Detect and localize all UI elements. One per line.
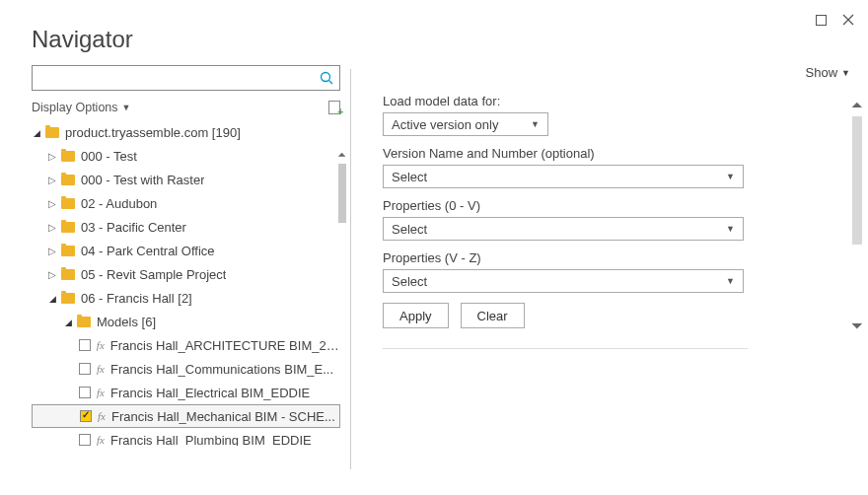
apply-button[interactable]: Apply — [383, 303, 449, 328]
chevron-down-icon: ▼ — [726, 224, 735, 234]
checkbox[interactable] — [79, 387, 91, 398]
props2-label: Properties (V - Z) — [383, 250, 850, 265]
props1-value: Select — [392, 222, 427, 237]
search-icon — [320, 71, 333, 85]
tree-node-models[interactable]: Models [6] — [32, 310, 340, 333]
display-options-dropdown[interactable]: Display Options ▼ — [32, 101, 130, 114]
close-icon — [842, 14, 854, 26]
load-value: Active version only — [392, 117, 498, 132]
tree-leaf-selected[interactable]: fxFrancis Hall_Mechanical BIM - SCHE... — [32, 404, 340, 428]
fx-icon: fx — [97, 363, 105, 375]
tree-node[interactable]: 000 - Test — [32, 144, 340, 168]
chevron-down-icon: ▼ — [841, 68, 850, 78]
expand-icon[interactable] — [47, 269, 57, 280]
tree-node[interactable]: 03 - Pacific Center — [32, 215, 340, 239]
scroll-thumb[interactable] — [338, 164, 346, 223]
props2-value: Select — [392, 274, 427, 289]
expand-icon[interactable] — [47, 198, 57, 209]
expand-icon[interactable] — [47, 175, 57, 185]
scroll-thumb[interactable] — [852, 116, 862, 245]
chevron-down-icon: ▼ — [531, 119, 540, 129]
fx-icon: fx — [97, 434, 105, 446]
svg-point-3 — [322, 73, 330, 82]
tree-leaf[interactable]: fxFrancis Hall_Plumbing BIM_EDDIE — [32, 428, 340, 446]
tree-node[interactable]: 000 - Test with Raster — [32, 168, 340, 191]
svg-line-4 — [329, 81, 333, 85]
checkbox-checked[interactable] — [80, 410, 92, 422]
version-label: Version Name and Number (optional) — [383, 146, 850, 161]
checkbox[interactable] — [79, 434, 91, 446]
maximize-button[interactable] — [813, 12, 829, 28]
expand-icon[interactable] — [47, 293, 57, 304]
folder-icon — [61, 198, 75, 209]
chevron-down-icon: ▼ — [726, 276, 735, 286]
folder-icon — [61, 293, 75, 304]
tree-leaf[interactable]: fxFrancis Hall_Electrical BIM_EDDIE — [32, 381, 340, 404]
tree-node-francis[interactable]: 06 - Francis Hall [2] — [32, 286, 340, 310]
chevron-down-icon: ▼ — [726, 172, 735, 181]
chevron-down-icon: ▼ — [122, 103, 131, 112]
props1-label: Properties (0 - V) — [383, 198, 850, 213]
right-scrollbar[interactable]: ⏶ ⏷ — [848, 97, 866, 333]
svg-rect-0 — [816, 15, 826, 25]
checkbox[interactable] — [79, 363, 91, 375]
scroll-up-icon[interactable]: ⏶ — [337, 146, 347, 162]
left-scrollbar[interactable]: ⏶ — [334, 146, 350, 461]
load-label: Load model data for: — [383, 94, 850, 108]
folder-icon — [61, 175, 75, 185]
props2-dropdown[interactable]: Select ▼ — [383, 269, 744, 293]
folder-icon — [45, 127, 59, 138]
tree-leaf[interactable]: fxFrancis Hall_ARCHITECTURE BIM_20... — [32, 333, 340, 357]
load-dropdown[interactable]: Active version only ▼ — [383, 112, 548, 136]
scroll-down-icon[interactable]: ⏷ — [850, 318, 864, 333]
folder-icon — [77, 317, 91, 327]
checkbox[interactable] — [79, 339, 91, 351]
show-label: Show — [806, 65, 838, 80]
fx-icon: fx — [97, 339, 105, 351]
version-value: Select — [392, 170, 427, 184]
show-dropdown[interactable]: Show ▼ — [806, 65, 850, 80]
fx-icon: fx — [97, 387, 105, 398]
folder-icon — [61, 269, 75, 280]
page-title: Navigator — [32, 8, 133, 53]
version-dropdown[interactable]: Select ▼ — [383, 165, 744, 188]
separator — [383, 348, 748, 349]
tree-root[interactable]: product.tryassemble.com [190] — [32, 120, 340, 144]
expand-icon[interactable] — [47, 151, 57, 162]
tree-node[interactable]: 05 - Revit Sample Project — [32, 262, 340, 286]
scroll-up-icon[interactable]: ⏶ — [850, 97, 864, 112]
folder-icon — [61, 222, 75, 233]
close-button[interactable] — [840, 12, 856, 28]
folder-icon — [61, 151, 75, 162]
new-file-icon[interactable] — [328, 101, 340, 114]
tree-node[interactable]: 04 - Park Central Office — [32, 239, 340, 262]
expand-icon[interactable] — [47, 222, 57, 233]
props1-dropdown[interactable]: Select ▼ — [383, 217, 744, 241]
display-options-label: Display Options — [32, 101, 118, 114]
clear-button[interactable]: Clear — [461, 303, 525, 328]
tree-leaf[interactable]: fxFrancis Hall_Communications BIM_E... — [32, 357, 340, 381]
expand-icon[interactable] — [63, 317, 73, 327]
fx-icon: fx — [98, 410, 106, 422]
tree-view: product.tryassemble.com [190] 000 - Test… — [32, 120, 340, 446]
folder-icon — [61, 246, 75, 256]
search-input[interactable] — [32, 65, 340, 91]
tree-node[interactable]: 02 - Audubon — [32, 191, 340, 215]
expand-icon[interactable] — [32, 127, 41, 138]
maximize-icon — [816, 15, 827, 26]
expand-icon[interactable] — [47, 246, 57, 256]
